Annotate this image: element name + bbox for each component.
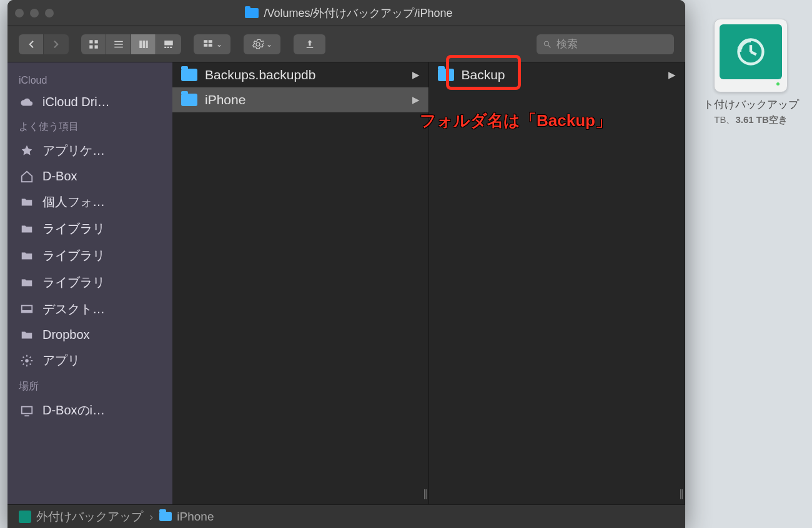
drive-info-prefix: TB、 xyxy=(714,114,735,125)
item-label: Backup xyxy=(462,67,505,82)
action-button[interactable]: ⌄ xyxy=(244,34,281,54)
svg-rect-17 xyxy=(208,44,212,47)
sidebar-item-label: D-Boxのi… xyxy=(42,402,105,419)
cloud-icon xyxy=(19,95,35,109)
desktop-drive-icon[interactable]: ト付けバックアップ TB、3.61 TB空き xyxy=(701,19,801,126)
sidebar-item-icloud-drive[interactable]: iCloud Dri… xyxy=(7,90,172,114)
drive-label: ト付けバックアップ xyxy=(701,97,801,112)
sidebar-item-label: Dropbox xyxy=(42,328,90,342)
finder-body: iCloud iCloud Dri… よく使う項目 アプリケ… D-Box 個人… xyxy=(7,62,685,504)
svg-rect-11 xyxy=(164,46,166,47)
sidebar-item-label: ライブラリ xyxy=(42,220,105,237)
path-segment-folder[interactable]: iPhone xyxy=(159,510,214,524)
column-2-list: Backup ▶ xyxy=(429,62,685,504)
path-segment-label: 外付けバックアップ xyxy=(36,509,143,525)
search-box[interactable] xyxy=(537,34,674,54)
titlebar: /Volumes/外付けバックアップ/iPhone xyxy=(7,0,685,26)
svg-rect-5 xyxy=(114,44,123,45)
item-label: Backups.backupdb xyxy=(205,67,315,82)
sidebar-item-label: ライブラリ xyxy=(42,274,105,291)
svg-rect-21 xyxy=(22,310,32,312)
column-2: Backup ▶ ‖ xyxy=(429,62,686,504)
search-input[interactable] xyxy=(557,38,668,51)
svg-line-28 xyxy=(751,52,756,54)
folder-icon xyxy=(19,222,35,236)
column-browser: Backups.backupdb ▶ iPhone ▶ ‖ Backup xyxy=(172,62,685,504)
sidebar-item-label: アプリ xyxy=(42,352,80,369)
chevron-down-icon: ⌄ xyxy=(216,40,222,49)
window-title: /Volumes/外付けバックアップ/iPhone xyxy=(20,6,678,21)
path-segment-drive[interactable]: 外付けバックアップ xyxy=(19,509,143,525)
forward-button[interactable] xyxy=(44,34,69,54)
folder-icon xyxy=(19,328,35,342)
sidebar-item-dbox-location[interactable]: D-Boxのi… xyxy=(7,397,172,424)
search-icon xyxy=(543,39,552,49)
svg-rect-12 xyxy=(167,46,169,47)
sidebar-item-library3[interactable]: ライブラリ xyxy=(7,269,172,296)
arrange-button[interactable]: ⌄ xyxy=(194,34,231,54)
sidebar-item-desktop[interactable]: デスクト… xyxy=(7,296,172,323)
icon-view-button[interactable] xyxy=(81,34,106,54)
svg-rect-13 xyxy=(170,46,172,47)
svg-point-18 xyxy=(544,41,548,46)
sidebar-item-library1[interactable]: ライブラリ xyxy=(7,215,172,242)
list-item-selected[interactable]: iPhone ▶ xyxy=(172,87,428,112)
folder-icon xyxy=(19,249,35,263)
sidebar-group-icloud: iCloud xyxy=(7,69,172,90)
folder-icon xyxy=(245,8,259,18)
svg-rect-15 xyxy=(208,40,212,43)
sidebar-item-dbox[interactable]: D-Box xyxy=(7,164,172,188)
toolbar: ⌄ ⌄ xyxy=(7,26,685,62)
path-separator: › xyxy=(149,510,153,524)
sidebar-item-dropbox[interactable]: Dropbox xyxy=(7,323,172,347)
folder-icon xyxy=(19,276,35,290)
svg-rect-10 xyxy=(164,41,173,46)
drive-body xyxy=(714,19,788,92)
gear-icon xyxy=(19,354,35,368)
column-resize-handle[interactable]: ‖ xyxy=(679,487,682,499)
folder-icon xyxy=(181,94,197,106)
list-item[interactable]: Backups.backupdb ▶ xyxy=(172,62,428,87)
sidebar-item-label: ライブラリ xyxy=(42,247,105,264)
path-segment-label: iPhone xyxy=(177,510,214,524)
svg-rect-7 xyxy=(139,41,142,48)
svg-rect-0 xyxy=(89,40,92,43)
sidebar-item-label: デスクト… xyxy=(42,301,105,318)
sidebar-item-apps[interactable]: アプリ xyxy=(7,347,172,374)
list-item[interactable]: Backup ▶ xyxy=(429,62,685,87)
drive-info: TB、3.61 TB空き xyxy=(701,114,801,126)
item-label: iPhone xyxy=(205,92,245,107)
sidebar-item-label: D-Box xyxy=(42,169,77,183)
column-1: Backups.backupdb ▶ iPhone ▶ ‖ xyxy=(172,62,429,504)
column-view-button[interactable] xyxy=(131,34,156,54)
chevron-right-icon: ▶ xyxy=(668,69,676,81)
chevron-right-icon: ▶ xyxy=(412,69,420,81)
drive-info-free: 3.61 TB空き xyxy=(735,114,787,125)
folder-icon xyxy=(159,512,172,521)
sidebar-item-applications[interactable]: アプリケ… xyxy=(7,137,172,164)
nav-group xyxy=(19,34,69,54)
drive-icon xyxy=(19,511,31,523)
chevron-down-icon: ⌄ xyxy=(266,40,272,49)
desktop-icon xyxy=(19,303,35,316)
svg-rect-23 xyxy=(22,406,32,413)
folder-icon xyxy=(438,69,454,81)
share-button[interactable] xyxy=(294,34,326,54)
gallery-view-button[interactable] xyxy=(156,34,181,54)
apps-icon xyxy=(19,144,35,158)
sidebar-group-favorites: よく使う項目 xyxy=(7,114,172,137)
svg-rect-9 xyxy=(146,41,147,48)
sidebar-item-library2[interactable]: ライブラリ xyxy=(7,242,172,269)
chevron-right-icon: ▶ xyxy=(412,94,420,105)
home-icon xyxy=(19,170,35,183)
time-machine-icon xyxy=(720,24,782,79)
svg-rect-3 xyxy=(94,45,97,48)
svg-rect-16 xyxy=(204,44,207,47)
drive-activity-led xyxy=(720,79,782,88)
back-button[interactable] xyxy=(19,34,44,54)
svg-rect-14 xyxy=(204,40,207,43)
column-resize-handle[interactable]: ‖ xyxy=(423,487,426,499)
sidebar-item-label: アプリケ… xyxy=(42,142,105,159)
list-view-button[interactable] xyxy=(106,34,131,54)
sidebar-item-personal[interactable]: 個人フォ… xyxy=(7,188,172,215)
